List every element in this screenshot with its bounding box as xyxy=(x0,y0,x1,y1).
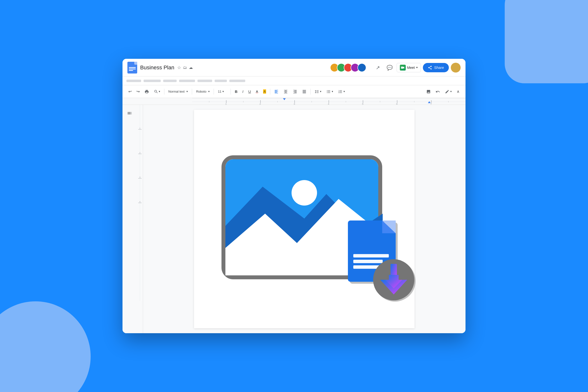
redo-button[interactable]: ↪ xyxy=(134,88,142,96)
menu-placeholder-7 xyxy=(229,80,245,82)
numbered-chevron: ▾ xyxy=(344,90,345,93)
highlight-icon: A xyxy=(263,90,266,94)
vertical-ruler: 1 2 3 4 xyxy=(137,105,143,333)
print-icon xyxy=(144,90,149,94)
undo2-icon xyxy=(436,90,440,94)
comments-button[interactable]: 💬 xyxy=(385,63,395,72)
align-center-button[interactable] xyxy=(282,88,290,96)
toolbar-separator-5 xyxy=(270,89,270,94)
doc-illustration xyxy=(209,155,400,283)
bullet-list-icon xyxy=(326,90,331,94)
ruler: 1 2 3 4 5 6 7 xyxy=(122,98,466,105)
cloud-icon[interactable]: ☁ xyxy=(189,65,193,70)
line-spacing-button[interactable]: ▾ xyxy=(312,88,324,96)
document-page[interactable] xyxy=(194,110,414,328)
text-style-label: Normal text xyxy=(168,90,184,93)
bullet-chevron: ▾ xyxy=(332,90,333,93)
menu-bar xyxy=(122,76,466,85)
meet-button[interactable]: Meet ▾ xyxy=(397,63,421,72)
svg-marker-1 xyxy=(403,67,404,68)
share-label: Share xyxy=(434,66,444,70)
formatting-toolbar: ↩ ↪ ▾ Normal text ▾ Roboto ▾ xyxy=(122,85,466,98)
menu-placeholder-4 xyxy=(179,80,195,82)
svg-text:3: 3 xyxy=(140,176,141,178)
size-chevron-icon: ▾ xyxy=(222,90,224,93)
share-button[interactable]: Share xyxy=(423,63,449,72)
svg-text:1: 1 xyxy=(225,103,226,105)
text-color-icon: A xyxy=(256,90,258,93)
font-dropdown[interactable]: Roboto ▾ xyxy=(194,88,212,96)
edit-button[interactable]: ▾ xyxy=(443,88,454,96)
toolbar-right-section: ▾ ∧ xyxy=(424,88,462,96)
meet-chevron-icon: ▾ xyxy=(416,66,418,69)
align-justify-button[interactable] xyxy=(300,88,308,96)
folder-icon[interactable]: 🗂 xyxy=(183,66,187,70)
zoom-button[interactable]: ▾ xyxy=(152,88,162,96)
style-chevron-icon: ▾ xyxy=(186,90,188,93)
user-avatar[interactable] xyxy=(451,63,460,72)
outline-icon[interactable] xyxy=(125,109,134,118)
left-sidebar xyxy=(122,105,137,333)
insert-image-button[interactable] xyxy=(424,88,433,96)
menu-placeholder-3 xyxy=(163,80,177,82)
image-placeholder-icon xyxy=(221,155,388,283)
meet-label: Meet xyxy=(407,66,415,70)
bg-decoration-top-right xyxy=(505,0,588,83)
align-right-button[interactable] xyxy=(291,88,299,96)
meet-icon xyxy=(400,65,406,70)
svg-text:3: 3 xyxy=(294,103,295,105)
align-left-button[interactable] xyxy=(272,88,280,96)
menu-placeholder-5 xyxy=(198,80,212,82)
bold-button[interactable]: B xyxy=(233,88,239,96)
svg-text:4: 4 xyxy=(140,201,141,203)
title-bar: Business Plan ☆ 🗂 ☁ ↗ 💬 xyxy=(122,59,466,76)
text-color-button[interactable]: A xyxy=(254,88,260,96)
docs-logo-icon xyxy=(128,62,137,74)
highlight-button[interactable]: A xyxy=(261,88,268,96)
toolbar-separator-3 xyxy=(214,89,214,94)
collab-avatars xyxy=(330,63,366,72)
svg-point-39 xyxy=(292,180,317,206)
trending-button[interactable]: ↗ xyxy=(373,63,383,72)
share-icon xyxy=(428,66,432,70)
insert-image-icon xyxy=(426,90,431,94)
menu-placeholder-1 xyxy=(126,80,141,82)
bg-decoration-bottom-left xyxy=(0,301,91,392)
avatar-5[interactable] xyxy=(358,63,366,72)
numbered-list-button[interactable]: ▾ xyxy=(336,88,347,96)
undo-button[interactable]: ↩ xyxy=(126,88,134,96)
toolbar-separator-1 xyxy=(164,89,164,94)
collapse-toolbar-button[interactable]: ∧ xyxy=(455,88,462,96)
toolbar-separator-6 xyxy=(310,89,311,94)
document-title[interactable]: Business Plan xyxy=(140,64,174,71)
print-button[interactable] xyxy=(142,88,151,96)
font-size-dropdown[interactable]: 11 ▾ xyxy=(216,88,228,96)
svg-text:2: 2 xyxy=(140,152,141,154)
svg-text:4: 4 xyxy=(328,103,330,105)
doc-page-container xyxy=(143,105,466,333)
svg-text:1: 1 xyxy=(140,127,141,129)
zoom-icon xyxy=(154,90,158,94)
title-icons: ☆ 🗂 ☁ xyxy=(177,65,193,70)
ruler-svg: 1 2 3 4 5 6 7 xyxy=(192,98,466,105)
ruler-bar: 1 2 3 4 5 6 7 xyxy=(192,98,466,104)
bullet-list-button[interactable]: ▾ xyxy=(324,88,335,96)
align-right-icon xyxy=(293,90,297,94)
toolbar-separator-2 xyxy=(192,89,192,94)
undo2-button[interactable] xyxy=(434,88,442,96)
line-spacing-icon xyxy=(314,90,319,94)
italic-button[interactable]: I xyxy=(240,88,245,96)
menu-placeholder-2 xyxy=(144,80,161,82)
underline-button[interactable]: U xyxy=(246,88,253,96)
svg-text:6: 6 xyxy=(396,103,398,105)
align-justify-icon xyxy=(302,90,306,94)
content-area: 1 2 3 4 xyxy=(122,105,466,333)
text-style-dropdown[interactable]: Normal text ▾ xyxy=(166,88,190,96)
menu-placeholder-6 xyxy=(214,80,227,82)
outline-svg xyxy=(127,110,132,116)
toolbar-separator-4 xyxy=(230,89,231,94)
edit-chevron: ▾ xyxy=(450,90,452,93)
svg-text:5: 5 xyxy=(362,103,363,105)
star-icon[interactable]: ☆ xyxy=(177,65,181,70)
svg-marker-25 xyxy=(283,98,286,100)
